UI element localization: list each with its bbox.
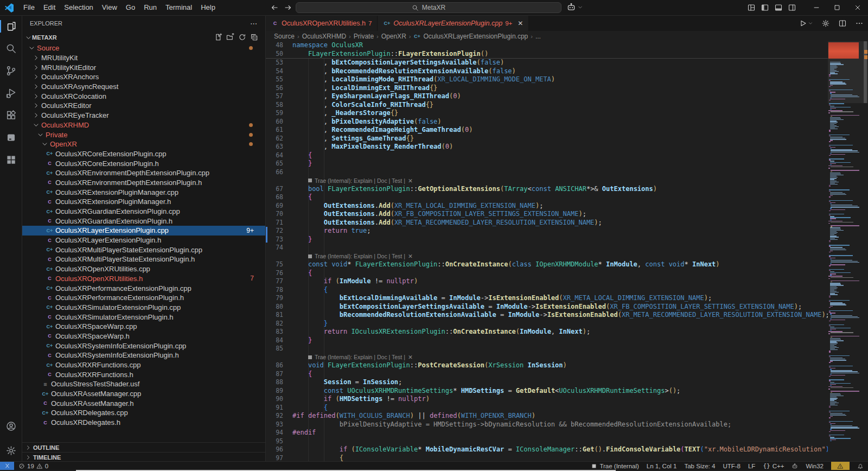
- breadcrumb-item[interactable]: OpenXR: [381, 33, 406, 40]
- problems-indicator[interactable]: 19 0: [14, 463, 53, 469]
- tab-close-icon[interactable]: ✕: [518, 20, 523, 27]
- tree-item[interactable]: C+OculusXRSystemInfoExtensionPlugin.cpp: [22, 341, 265, 351]
- menu-help[interactable]: Help: [196, 0, 220, 15]
- line-number[interactable]: 96: [266, 445, 283, 454]
- tree-item[interactable]: C+OculusXRSpaceWarp.cpp: [22, 322, 265, 332]
- outline-section[interactable]: OUTLINE: [22, 442, 265, 453]
- more-actions-icon[interactable]: [855, 19, 864, 28]
- line-number[interactable]: 64: [266, 151, 283, 160]
- codelens[interactable]: Trae (Internal): Explain | Doc | Test |✕: [266, 176, 828, 185]
- line-number[interactable]: 48: [266, 41, 283, 50]
- tree-item[interactable]: COculusXRCoreExtensionPlugin.h: [22, 158, 265, 168]
- close-window-button[interactable]: [847, 0, 868, 15]
- breadcrumb-item[interactable]: OculusXRHMD: [302, 33, 346, 40]
- codelens-close-icon[interactable]: ✕: [408, 253, 413, 259]
- new-folder-button[interactable]: [226, 33, 234, 42]
- remote-indicator[interactable]: [0, 462, 14, 470]
- status-item-LF[interactable]: LF: [748, 463, 755, 469]
- toggle-secondary-sidebar-button[interactable]: [785, 0, 799, 15]
- activity-apps[interactable]: [0, 149, 22, 171]
- settings-gear-icon[interactable]: [821, 19, 830, 28]
- tree-item[interactable]: C+OculusXRLayerExtensionPlugin.cpp9+: [22, 226, 265, 236]
- status-item-UTF-8[interactable]: UTF-8: [723, 463, 741, 469]
- line-number[interactable]: 92: [266, 412, 283, 421]
- activity-settings[interactable]: [0, 440, 22, 462]
- status-item-robot[interactable]: [792, 463, 798, 469]
- line-number[interactable]: 81: [266, 311, 283, 320]
- line-number[interactable]: 90: [266, 395, 283, 404]
- line-number[interactable]: 97: [266, 454, 283, 462]
- tree-item[interactable]: COculusXRSimulatorExtensionPlugin.h: [22, 312, 265, 322]
- line-number[interactable]: 58: [266, 101, 283, 110]
- tree-item[interactable]: C+OculusXRGuardianExtensionPlugin.cpp: [22, 207, 265, 217]
- tab-OculusXROpenXRUtilities.h[interactable]: COculusXROpenXRUtilities.h7: [266, 15, 378, 31]
- activity-explorer[interactable]: [0, 15, 22, 37]
- tree-item[interactable]: OculusXRHMD: [22, 120, 265, 130]
- line-number[interactable]: 83: [266, 328, 283, 336]
- breadcrumb-file[interactable]: OculusXRLayerExtensionPlugin.cpp: [423, 33, 528, 40]
- tree-item[interactable]: OculusXREyeTracker: [22, 111, 265, 120]
- customize-layout-button[interactable]: [744, 0, 758, 15]
- line-number[interactable]: 56: [266, 84, 283, 93]
- codelens-close-icon[interactable]: ✕: [408, 354, 413, 360]
- line-number[interactable]: 65: [266, 160, 283, 168]
- line-number[interactable]: 55: [266, 75, 283, 84]
- menu-view[interactable]: View: [98, 0, 122, 15]
- tree-item[interactable]: COculusXRXRFunctions.h: [22, 370, 265, 379]
- tree-item[interactable]: Source: [22, 43, 265, 53]
- codelens-close-icon[interactable]: ✕: [408, 177, 413, 184]
- back-arrow-icon[interactable]: [270, 3, 279, 12]
- tree-item[interactable]: COculusXRPerformanceExtensionPlugin.h: [22, 293, 265, 303]
- line-number[interactable]: 70: [266, 210, 283, 219]
- tree-item[interactable]: COculusXREnvironmentDepthExtensionPlugin…: [22, 178, 265, 188]
- activity-extensions[interactable]: [0, 104, 22, 126]
- menu-go[interactable]: Go: [122, 0, 139, 15]
- tree-item[interactable]: COculusXRDelegates.h: [22, 418, 265, 428]
- split-editor-icon[interactable]: [838, 19, 847, 28]
- project-root-row[interactable]: METAXR: [22, 31, 265, 43]
- line-number[interactable]: 71: [266, 219, 283, 227]
- tree-item[interactable]: OculusXRAnchors: [22, 72, 265, 82]
- tree-item[interactable]: COculusXRLayerExtensionPlugin.h: [22, 236, 265, 245]
- tree-item[interactable]: OculusXRAsyncRequest: [22, 82, 265, 92]
- line-number[interactable]: 82: [266, 320, 283, 328]
- status-item-C++[interactable]: {}C++: [763, 462, 784, 469]
- line-number[interactable]: 59: [266, 109, 283, 118]
- activity-search[interactable]: [0, 37, 22, 60]
- tree-item[interactable]: MRUtilityKitEditor: [22, 62, 265, 72]
- line-number[interactable]: 76: [266, 269, 283, 278]
- line-number[interactable]: 67: [266, 185, 283, 194]
- tree-item[interactable]: COculusXRGuardianExtensionPlugin.h: [22, 216, 265, 226]
- ai-assistant-button[interactable]: [566, 2, 583, 12]
- status-item-Tab Size: 4[interactable]: Tab Size: 4: [684, 463, 715, 469]
- minimap[interactable]: [828, 41, 863, 462]
- line-number[interactable]: 57: [266, 92, 283, 101]
- tree-item[interactable]: OpenXR: [22, 139, 265, 149]
- status-item-Trae (Internal)[interactable]: Trae (Internal): [591, 463, 639, 469]
- collapse-all-button[interactable]: [250, 33, 258, 42]
- activity-account[interactable]: [0, 415, 22, 437]
- line-number[interactable]: 94: [266, 429, 283, 437]
- tree-item[interactable]: C+OculusXREnvironmentDepthExtensionPlugi…: [22, 168, 265, 178]
- codelens-commands[interactable]: Trae (Internal): Explain | Doc | Test |: [315, 177, 405, 184]
- activity-source-control[interactable]: [0, 60, 22, 82]
- status-item-Ln 1, Col 1[interactable]: Ln 1, Col 1: [647, 463, 677, 469]
- status-warning-badge[interactable]: [831, 462, 850, 470]
- line-number[interactable]: 69: [266, 202, 283, 211]
- activity-run-debug[interactable]: [0, 82, 22, 104]
- codelens-commands[interactable]: Trae (Internal): Explain | Doc | Test |: [315, 354, 405, 360]
- line-number[interactable]: 60: [266, 118, 283, 126]
- status-item-bell[interactable]: [857, 463, 864, 469]
- tree-item[interactable]: COculusXRAssetManager.h: [22, 398, 265, 408]
- tree-item[interactable]: COculusXRSystemInfoExtensionPlugin.h: [22, 351, 265, 360]
- codelens[interactable]: Trae (Internal): Explain | Doc | Test |✕: [266, 252, 828, 261]
- tree-item[interactable]: C+OculusXRCoreExtensionPlugin.cpp: [22, 149, 265, 159]
- explorer-more-actions[interactable]: ⋯: [250, 20, 258, 28]
- refresh-button[interactable]: [238, 33, 246, 42]
- timeline-section[interactable]: TIMELINE: [22, 452, 265, 462]
- tree-item[interactable]: C+OculusXRMultiPlayerStateExtensionPlugi…: [22, 245, 265, 254]
- forward-arrow-icon[interactable]: [284, 3, 292, 12]
- breadcrumb-more[interactable]: ...: [535, 33, 541, 40]
- line-number[interactable]: 85: [266, 345, 283, 353]
- line-number[interactable]: 95: [266, 437, 283, 446]
